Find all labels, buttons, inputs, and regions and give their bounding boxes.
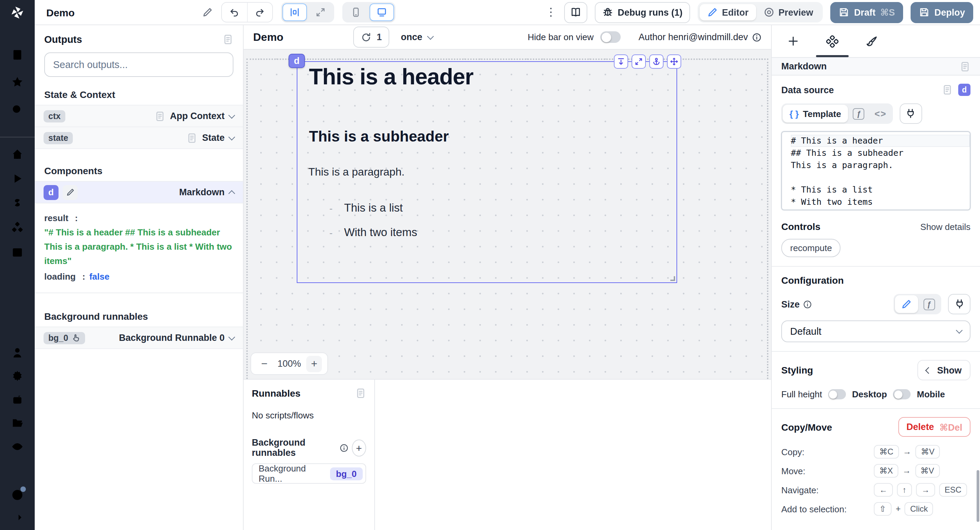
favorites-star-icon[interactable] [11, 76, 24, 89]
code-line[interactable]: * With two items [791, 196, 970, 208]
styling-title: Styling [781, 365, 813, 376]
output-row-ctx[interactable]: ctx App Context [35, 105, 243, 127]
tab-preview[interactable]: Preview [756, 4, 821, 21]
search-outputs-input[interactable] [44, 52, 234, 77]
chevron-down-icon[interactable] [228, 111, 235, 118]
doc-icon[interactable] [942, 84, 953, 95]
divider [772, 408, 980, 409]
workspace-icon[interactable] [11, 48, 24, 61]
markdown-template-editor[interactable]: # This is a header ## This is a subheade… [781, 131, 970, 210]
result-key[interactable]: result [44, 213, 68, 223]
windmill-app-editor: Demo ⋮ Debug runs (1) Editor [0, 0, 980, 530]
more-menu-icon[interactable]: ⋮ [546, 7, 556, 18]
tab-editor[interactable]: Editor [700, 4, 756, 21]
desktop-view-button[interactable] [369, 3, 394, 21]
component-tag-badge[interactable]: d [288, 54, 305, 68]
runs-play-icon[interactable] [11, 172, 24, 185]
markdown-component-selected[interactable]: d This is a header This is a subheader T… [297, 61, 677, 283]
function-mode-button[interactable]: ƒ [848, 105, 870, 122]
schedule-dropdown[interactable]: once [401, 32, 433, 42]
add-background-runnable-button[interactable]: + [352, 439, 366, 456]
schedules-calendar-icon[interactable] [11, 246, 24, 259]
info-icon[interactable] [752, 32, 762, 42]
folders-icon[interactable] [11, 416, 24, 429]
keycap: ESC [939, 483, 967, 497]
code-line[interactable]: * This is a list [791, 184, 970, 196]
resources-cubes-icon[interactable] [11, 221, 24, 234]
move-handle[interactable] [667, 54, 681, 69]
docs-book-button[interactable] [564, 2, 587, 23]
help-icon[interactable] [11, 489, 24, 501]
background-runnable-card[interactable]: Background Run... bg_0 [252, 463, 366, 484]
edit-component-id-button[interactable] [63, 185, 78, 200]
info-icon[interactable] [339, 443, 348, 452]
redo-button[interactable] [247, 3, 272, 22]
draft-button[interactable]: Draft ⌘S [830, 2, 903, 23]
show-details-link[interactable]: Show details [920, 221, 970, 232]
size-select[interactable]: Default [781, 321, 970, 342]
chevron-up-icon[interactable] [228, 190, 235, 197]
code-line[interactable]: # This is a header [791, 135, 970, 147]
home-icon[interactable] [11, 148, 24, 160]
tab-styling[interactable] [852, 25, 891, 57]
connect-plug-button[interactable] [948, 294, 970, 314]
panel-scrollbar-thumb[interactable] [977, 470, 979, 522]
settings-gear-icon[interactable] [11, 370, 24, 382]
schedule-value: once [401, 32, 422, 42]
code-line[interactable]: ## This is a subheader [791, 147, 970, 159]
result-value[interactable]: "# This is a header ## This is a subhead… [44, 225, 234, 268]
delete-component-button[interactable]: Delete ⌘Del [898, 417, 970, 437]
code-line[interactable]: This is a paragraph. [791, 159, 970, 171]
component-row-d[interactable]: d Markdown [35, 181, 243, 203]
users-icon[interactable] [11, 346, 24, 359]
output-row-state[interactable]: state State [35, 127, 243, 149]
code-mode-button[interactable]: <> [870, 105, 891, 122]
expand-rail-arrow-icon[interactable] [11, 511, 24, 524]
doc-icon[interactable] [355, 388, 366, 399]
doc-icon[interactable] [223, 34, 234, 45]
variables-dollar-icon[interactable] [11, 197, 24, 209]
tab-component-settings[interactable] [813, 25, 852, 57]
search-icon[interactable] [11, 103, 24, 116]
mobile-view-button[interactable] [343, 3, 368, 21]
loading-key[interactable]: loading [44, 271, 76, 282]
refresh-count-button[interactable]: 1 [353, 27, 389, 48]
tab-insert-component[interactable] [773, 25, 813, 57]
doc-icon[interactable] [959, 61, 970, 72]
fullwidth-layout-button[interactable] [308, 3, 332, 21]
divider [772, 351, 980, 352]
maximize-handle[interactable] [632, 54, 646, 69]
code-line[interactable] [791, 171, 970, 184]
resize-corner-handle[interactable] [670, 276, 675, 281]
template-mode-button[interactable]: { } Template [783, 105, 848, 122]
connect-plug-button[interactable] [900, 103, 922, 124]
edit-title-pencil-icon[interactable] [202, 7, 213, 18]
anchor-handle[interactable] [649, 54, 663, 69]
outputs-title: Outputs [44, 34, 82, 45]
output-row-bg0[interactable]: bg_0 Background Runnable 0 [35, 327, 243, 349]
centered-layout-button[interactable] [282, 3, 307, 21]
deploy-button[interactable]: Deploy [911, 2, 973, 23]
arrow-separator: → [903, 447, 911, 457]
size-function-button[interactable]: ƒ [918, 295, 940, 313]
expand-down-handle[interactable] [614, 54, 628, 69]
windmill-logo-icon[interactable] [9, 4, 26, 21]
styling-show-button[interactable]: Show [917, 360, 970, 380]
undo-button[interactable] [221, 3, 247, 22]
info-icon[interactable] [803, 300, 812, 309]
debug-runs-button[interactable]: Debug runs (1) [595, 2, 690, 23]
size-static-button[interactable] [895, 295, 918, 313]
device-mode-group [342, 2, 395, 22]
chevron-down-icon[interactable] [228, 333, 235, 340]
chevron-down-icon[interactable] [228, 133, 235, 140]
zoom-out-button[interactable]: − [256, 355, 272, 372]
app-canvas[interactable]: d This is a header This is a subheader T… [243, 50, 771, 379]
audit-eye-icon[interactable] [11, 440, 24, 453]
workers-robot-icon[interactable] [11, 393, 24, 406]
runnables-empty-label: No scripts/flows [252, 410, 366, 421]
desktop-toggle[interactable] [893, 389, 911, 399]
hide-bar-toggle[interactable] [600, 31, 620, 43]
zoom-in-button[interactable]: + [307, 355, 322, 372]
recompute-button[interactable]: recompute [781, 239, 841, 257]
full-height-toggle[interactable] [828, 389, 846, 399]
